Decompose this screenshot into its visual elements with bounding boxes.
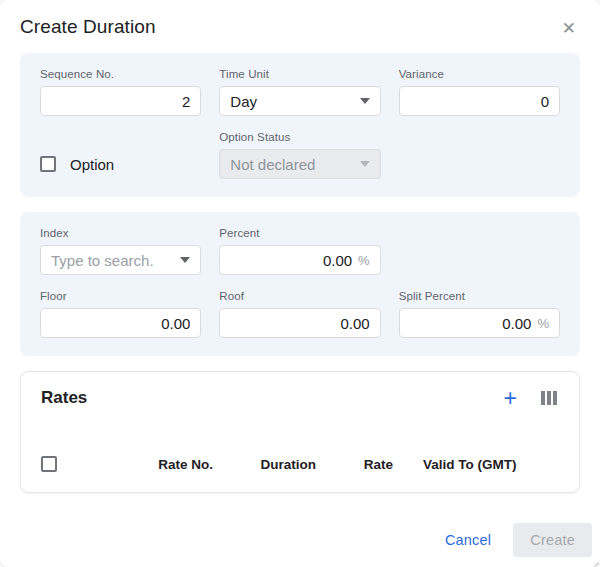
floor-input[interactable]: [40, 308, 201, 338]
split-percent-input[interactable]: 0.00 %: [399, 308, 560, 338]
create-duration-dialog: Create Duration ✕ Sequence No. Time Unit…: [0, 0, 600, 567]
split-percent-field-group: Split Percent 0.00 %: [399, 290, 560, 338]
percent-label: Percent: [219, 227, 380, 239]
column-header-valid-to: Valid To (GMT): [423, 457, 517, 472]
sequence-no-input[interactable]: [40, 86, 201, 116]
time-unit-label: Time Unit: [219, 68, 380, 80]
rates-table-header: Rate No. Duration Rate Valid To (GMT): [41, 450, 559, 478]
column-header-rate-no: Rate No.: [71, 457, 213, 472]
time-unit-select[interactable]: Day: [219, 86, 380, 116]
percent-input[interactable]: 0.00 %: [219, 245, 380, 275]
index-label: Index: [40, 227, 201, 239]
select-all-checkbox[interactable]: [41, 456, 57, 472]
variance-label: Variance: [399, 68, 560, 80]
dialog-header: Create Duration ✕: [0, 0, 600, 53]
rates-title: Rates: [41, 388, 87, 408]
rates-card: Rates + Rate No. Duration Rate Valid To …: [20, 371, 580, 493]
floor-field-group: Floor: [40, 290, 201, 338]
index-placeholder: Type to search.: [51, 252, 154, 269]
index-section: Index Type to search. Percent 0.00 % Flo…: [20, 212, 580, 356]
chevron-down-icon: [360, 98, 370, 104]
add-rate-icon[interactable]: +: [504, 389, 517, 407]
floor-label: Floor: [40, 290, 201, 302]
option-checkbox-label[interactable]: Option: [70, 156, 114, 173]
sequence-no-label: Sequence No.: [40, 68, 201, 80]
chevron-down-icon: [180, 257, 190, 263]
dialog-title: Create Duration: [20, 16, 156, 38]
create-button[interactable]: Create: [513, 523, 592, 557]
split-percent-label: Split Percent: [399, 290, 560, 302]
variance-field-group: Variance: [399, 68, 560, 116]
columns-icon[interactable]: [539, 389, 559, 407]
option-checkbox[interactable]: [40, 156, 56, 172]
duration-section: Sequence No. Time Unit Day Variance Opti…: [20, 53, 580, 197]
sequence-no-field-group: Sequence No.: [40, 68, 201, 116]
percent-value: 0.00: [323, 252, 352, 269]
percent-field-group: Percent 0.00 %: [219, 227, 380, 275]
index-search-select[interactable]: Type to search.: [40, 245, 201, 275]
time-unit-field-group: Time Unit Day: [219, 68, 380, 116]
roof-field-group: Roof: [219, 290, 380, 338]
split-percent-suffix: %: [537, 316, 549, 331]
variance-input[interactable]: [399, 86, 560, 116]
percent-suffix: %: [358, 253, 370, 268]
column-header-duration: Duration: [213, 457, 316, 472]
index-field-group: Index Type to search.: [40, 227, 201, 275]
split-percent-value: 0.00: [502, 315, 531, 332]
option-status-value: Not declared: [230, 156, 315, 173]
time-unit-value: Day: [230, 93, 257, 110]
option-status-field-group: Option Status Not declared: [219, 131, 380, 179]
cancel-button[interactable]: Cancel: [433, 524, 503, 556]
option-status-label: Option Status: [219, 131, 380, 143]
close-icon[interactable]: ✕: [558, 17, 580, 41]
roof-label: Roof: [219, 290, 380, 302]
column-header-rate: Rate: [316, 457, 393, 472]
dialog-footer: Cancel Create: [0, 523, 600, 567]
roof-input[interactable]: [219, 308, 380, 338]
option-field-group: Option: [40, 149, 201, 179]
chevron-down-icon: [360, 161, 370, 167]
option-status-select: Not declared: [219, 149, 380, 179]
